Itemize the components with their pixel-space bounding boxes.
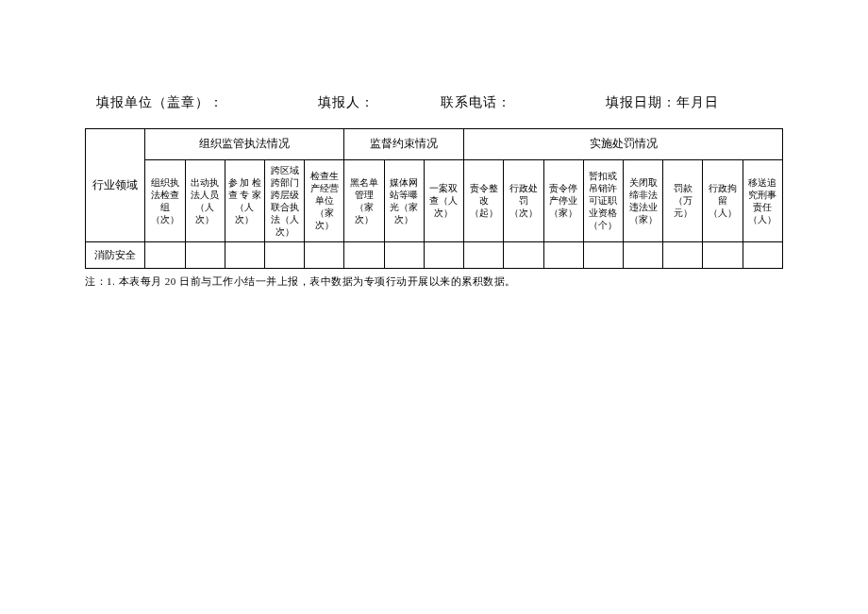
cell xyxy=(264,241,304,268)
col-c6: 黑名单管理（家次） xyxy=(344,159,384,241)
col-c13: 关闭取缔非法违法业（家） xyxy=(623,159,662,241)
cell xyxy=(225,241,264,268)
col-c10: 行政处罚（次） xyxy=(504,159,543,241)
cell xyxy=(464,241,504,268)
cell xyxy=(424,241,463,268)
col-c2: 出动执法人员（人次） xyxy=(185,159,225,241)
col-c7: 媒体网站等曝光（家次） xyxy=(384,159,424,241)
col-c16: 移送追究刑事责任（人） xyxy=(743,159,782,241)
col-c8: 一案双查（人次） xyxy=(424,159,463,241)
row-category: 消防安全 xyxy=(86,241,145,268)
group-constraint: 监督约束情况 xyxy=(344,129,464,160)
col-c1: 组织执法检查组（次） xyxy=(145,159,185,241)
col-c4: 跨区域跨部门跨层级联合执法（人次） xyxy=(264,159,304,241)
col-c11: 责令停产停业（家） xyxy=(543,159,583,241)
cell xyxy=(703,241,743,268)
date-label: 填报日期：年月日 xyxy=(606,94,719,111)
cell xyxy=(663,241,703,268)
col-c9: 责令整改（起） xyxy=(464,159,504,241)
table-row: 消防安全 xyxy=(86,241,783,268)
group-penalty: 实施处罚情况 xyxy=(464,129,783,160)
cell xyxy=(384,241,424,268)
cell xyxy=(305,241,344,268)
phone-label: 联系电话： xyxy=(441,94,511,111)
statistics-table: 行业领域 组织监管执法情况 监督约束情况 实施处罚情况 组织执法检查组（次） 出… xyxy=(85,128,783,269)
col-industry: 行业领域 xyxy=(86,129,145,242)
cell xyxy=(583,241,623,268)
col-c5: 检查生产经营单位（家次） xyxy=(305,159,344,241)
cell xyxy=(504,241,543,268)
group-supervision: 组织监管执法情况 xyxy=(145,129,344,160)
reporter-label: 填报人： xyxy=(318,94,375,111)
col-c3: 参 加 检查 专 家（人次） xyxy=(225,159,264,241)
col-c12: 暂扣或吊销许可证职业资格（个） xyxy=(583,159,623,241)
cell xyxy=(543,241,583,268)
cell xyxy=(743,241,782,268)
cell xyxy=(344,241,384,268)
col-c14: 罚款（万元） xyxy=(663,159,703,241)
cell xyxy=(185,241,225,268)
unit-label: 填报单位（盖章）： xyxy=(96,94,224,111)
cell xyxy=(145,241,185,268)
cell xyxy=(623,241,662,268)
col-c15: 行政拘留（人） xyxy=(703,159,743,241)
footnote: 注：1. 本表每月 20 日前与工作小结一并上报，表中数据为专项行动开展以来的累… xyxy=(85,274,783,289)
form-header: 填报单位（盖章）： 填报人： 联系电话： 填报日期：年月日 xyxy=(85,94,783,111)
